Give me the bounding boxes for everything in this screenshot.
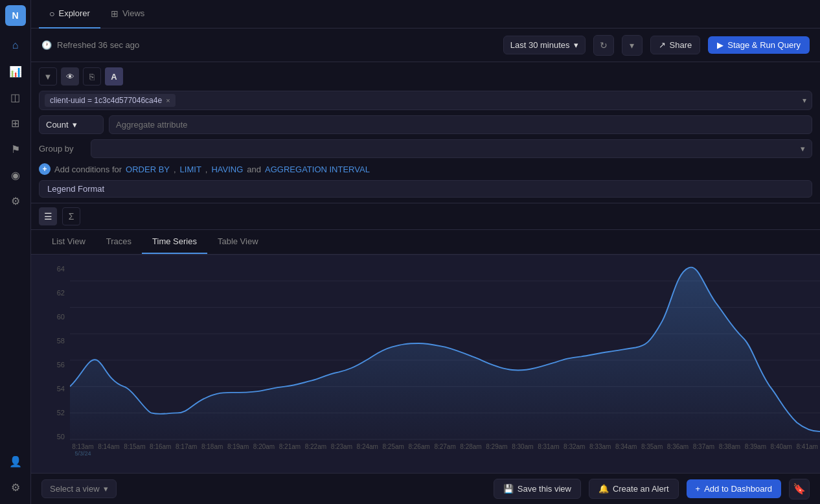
legend-format-label: Legend Format [47, 184, 104, 194]
create-alert-button[interactable]: 🔔 Create an Alert [589, 479, 679, 499]
tab-views[interactable]: ⊞ Views [100, 0, 155, 29]
tab-table-view[interactable]: Table View [207, 230, 269, 254]
sidebar-item-home[interactable]: ⌂ [4, 34, 27, 57]
sigma-button[interactable]: Σ [62, 207, 80, 225]
x-label-828am: 8:28am [458, 443, 484, 450]
x-label-832am: 8:32am [562, 443, 587, 450]
sidebar-item-flag[interactable]: ⚑ [4, 137, 27, 161]
sidebar-item-settings[interactable]: ⚙ [4, 475, 27, 499]
sidebar-item-settings-alt[interactable]: ⚙ [4, 189, 27, 212]
table-icon: ☰ [44, 211, 52, 222]
select-view-label: Select a view [50, 484, 100, 494]
x-label-821am: 8:21am [277, 443, 303, 450]
type-button[interactable]: A [105, 67, 123, 86]
chevron-down-icon: ▾ [574, 40, 578, 50]
group-by-chevron-icon: ▾ [801, 144, 805, 154]
group-by-selector[interactable]: ▾ [91, 139, 812, 158]
x-label-829am: 8:29am [484, 443, 510, 450]
y-label-60: 60 [57, 313, 65, 321]
x-label-836am: 8:36am [665, 443, 691, 450]
filter-close-button[interactable]: × [166, 97, 170, 104]
y-label-54: 54 [57, 385, 65, 393]
x-label-824am: 8:24am [354, 443, 380, 450]
y-label-50: 50 [57, 433, 65, 441]
filter-tag: client-uuid = 1c3c4d577046ca4e × [45, 94, 176, 107]
x-label-835am: 8:35am [639, 443, 665, 450]
legend-format-button[interactable]: Legend Format [39, 180, 812, 198]
select-view-dropdown[interactable]: Select a view ▾ [41, 479, 117, 498]
x-label-831am: 8:31am [536, 443, 562, 450]
eye-button[interactable]: 👁 [61, 67, 79, 86]
limit-link[interactable]: LIMIT [180, 165, 201, 174]
aggregate-selector[interactable]: Count ▾ [39, 115, 104, 134]
add-dashboard-button[interactable]: + Add to Dashboard [687, 479, 781, 498]
share-label: Share [670, 40, 692, 50]
x-axis: 8:13am 5/3/24 8:14am 8:15am 8:16am 8:17a… [70, 441, 820, 473]
sidebar-item-explorer[interactable]: 📊 [4, 60, 27, 83]
sidebar-item-eye[interactable]: ◉ [4, 163, 27, 187]
having-link[interactable]: HAVING [211, 165, 243, 174]
view-tabs: List View Traces Time Series Table View [31, 230, 820, 255]
sidebar-item-people[interactable]: 👤 [4, 450, 27, 473]
x-label-820am: 8:20am [251, 443, 277, 450]
x-label-840am: 8:40am [768, 443, 794, 450]
save-label: Save this view [518, 484, 571, 494]
chart-fill [70, 268, 820, 441]
x-label-826am: 8:26am [406, 443, 432, 450]
table-view-icon-button[interactable]: ☰ [39, 207, 57, 225]
sidebar-item-grid[interactable]: ⊞ [4, 111, 27, 135]
tab-time-series[interactable]: Time Series [142, 230, 207, 254]
tab-explorer[interactable]: ○ Explorer [39, 0, 100, 29]
aggregate-chevron-icon: ▾ [73, 120, 77, 130]
main-content: ○ Explorer ⊞ Views 🕐 Refreshed 36 sec ag… [31, 0, 820, 504]
app-logo[interactable]: N [5, 5, 26, 26]
eye-icon: 👁 [66, 72, 74, 82]
x-label-819am: 8:19am [225, 443, 251, 450]
table-view-label: Table View [218, 236, 258, 246]
aggregate-input[interactable] [109, 115, 812, 134]
y-axis: 64 62 60 58 56 54 52 50 [31, 255, 70, 441]
sigma-icon: Σ [69, 211, 74, 222]
refresh-button[interactable]: ↻ [593, 35, 614, 56]
copy-button[interactable]: ⎘ [83, 67, 101, 86]
save-view-button[interactable]: 💾 Save this view [494, 479, 581, 499]
run-query-button[interactable]: ▶ Stage & Run Query [708, 36, 810, 54]
x-label-825am: 8:25am [380, 443, 406, 450]
aggregate-label: Count [46, 120, 69, 130]
aggregation-interval-link[interactable]: AGGREGATION INTERVAL [265, 165, 370, 174]
sidebar-bottom: 👤 ⚙ [4, 450, 27, 499]
order-by-link[interactable]: ORDER BY [126, 165, 170, 174]
add-conditions-button[interactable]: + [39, 163, 51, 175]
x-label-838am: 8:38am [716, 443, 742, 450]
share-button[interactable]: ↗ Share [650, 36, 701, 54]
time-selector[interactable]: Last 30 minutes ▾ [503, 36, 586, 54]
tab-traces[interactable]: Traces [96, 230, 142, 254]
explorer-icon: ○ [49, 8, 54, 19]
type-icon: A [111, 72, 117, 82]
filter-expand-icon[interactable]: ▾ [803, 96, 806, 105]
x-label-830am: 8:30am [510, 443, 536, 450]
save-icon: 💾 [503, 484, 514, 494]
list-view-label: List View [52, 236, 85, 246]
chevron-down-icon: ▾ [630, 40, 634, 51]
x-label-834am: 8:34am [613, 443, 639, 450]
alert-icon: 🔔 [598, 484, 609, 494]
refresh-label: Refreshed 36 sec ago [57, 40, 139, 50]
tab-list-view[interactable]: List View [41, 230, 96, 254]
x-label-817am: 8:17am [174, 443, 199, 450]
bookmark-button[interactable]: 🔖 [789, 479, 810, 499]
result-toolbar: ☰ Σ [31, 203, 820, 230]
bookmark-icon: 🔖 [793, 483, 806, 495]
expand-button[interactable]: ▼ [39, 67, 57, 86]
refresh-icon: ↻ [600, 40, 608, 51]
filter-row: client-uuid = 1c3c4d577046ca4e × ▾ [39, 91, 812, 110]
sidebar-item-layers[interactable]: ◫ [4, 86, 27, 109]
x-label-827am: 8:27am [432, 443, 458, 450]
play-icon: ▶ [717, 40, 723, 50]
y-label-52: 52 [57, 409, 65, 417]
run-label: Stage & Run Query [727, 40, 801, 50]
share-icon: ↗ [659, 40, 666, 50]
time-selector-label: Last 30 minutes [510, 40, 570, 50]
time-series-label: Time Series [152, 236, 197, 246]
more-options-button[interactable]: ▾ [622, 35, 643, 56]
